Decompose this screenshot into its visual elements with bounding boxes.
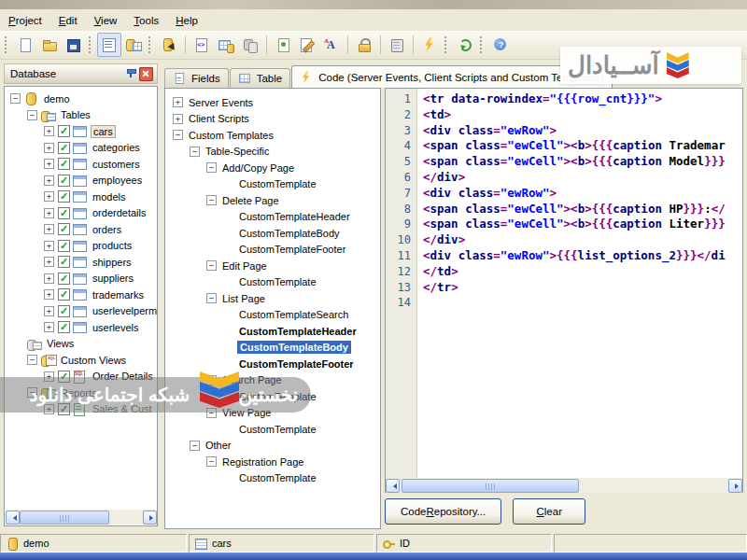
code-editor-hscrollbar[interactable] bbox=[386, 478, 742, 493]
expand-icon[interactable]: + bbox=[44, 191, 54, 202]
code-editor[interactable]: 1<tr data-rowindex="{{{row_cnt}}}">2<td>… bbox=[385, 88, 743, 493]
database-tree-hscrollbar[interactable] bbox=[6, 510, 157, 525]
copy-tables-button[interactable] bbox=[238, 33, 262, 57]
checkbox-checked-icon[interactable]: ✓ bbox=[58, 125, 70, 137]
tree-item-table-specific[interactable]: −Table-Specific bbox=[169, 144, 379, 161]
tree-item-customtemplate[interactable]: CustomTemplate bbox=[169, 421, 379, 438]
help-button[interactable] bbox=[488, 33, 513, 57]
properties-button[interactable] bbox=[97, 33, 121, 57]
menu-item-project[interactable]: Project bbox=[0, 12, 50, 29]
scroll-right-icon[interactable] bbox=[143, 511, 157, 525]
expand-icon[interactable]: + bbox=[44, 208, 54, 218]
php-settings-button[interactable] bbox=[271, 33, 295, 57]
tree-item-shippers[interactable]: +✓shippers bbox=[7, 254, 156, 271]
tree-item-other[interactable]: −Other bbox=[169, 438, 379, 455]
expand-icon[interactable]: + bbox=[44, 159, 54, 169]
tree-item-orderdetails[interactable]: +✓orderdetails bbox=[7, 205, 156, 222]
tab-fields[interactable]: Fields bbox=[164, 68, 229, 88]
security-button[interactable] bbox=[352, 33, 376, 57]
checkbox-checked-icon[interactable]: ✓ bbox=[58, 207, 70, 219]
tree-item-userlevelperm[interactable]: +✓userlevelperm bbox=[7, 303, 156, 320]
tree-item-cars[interactable]: +✓cars bbox=[7, 123, 156, 140]
collapse-icon[interactable]: − bbox=[190, 147, 200, 157]
collapse-icon[interactable]: − bbox=[10, 93, 21, 104]
collapse-icon[interactable]: − bbox=[27, 110, 37, 120]
synchronize-button[interactable] bbox=[453, 33, 477, 57]
checkbox-checked-icon[interactable]: ✓ bbox=[58, 158, 70, 170]
attach-database-button[interactable] bbox=[157, 33, 181, 57]
checkbox-checked-icon[interactable]: ✓ bbox=[58, 256, 70, 268]
scroll-right-icon[interactable] bbox=[728, 479, 742, 493]
collapse-icon[interactable]: − bbox=[173, 130, 183, 140]
checkbox-checked-icon[interactable]: ✓ bbox=[58, 175, 70, 187]
server-settings-button[interactable] bbox=[385, 33, 409, 57]
menu-item-view[interactable]: View bbox=[86, 12, 126, 29]
checkbox-checked-icon[interactable]: ✓ bbox=[58, 142, 70, 154]
checkbox-checked-icon[interactable]: ✓ bbox=[58, 288, 70, 301]
checkbox-checked-icon[interactable]: ✓ bbox=[58, 273, 70, 285]
tree-item-customtemplate[interactable]: CustomTemplate bbox=[169, 274, 379, 291]
expand-icon[interactable]: + bbox=[44, 126, 54, 136]
collapse-icon[interactable]: − bbox=[206, 162, 217, 173]
expand-icon[interactable]: + bbox=[44, 289, 54, 300]
collapse-icon[interactable]: − bbox=[206, 195, 217, 205]
expand-icon[interactable]: + bbox=[44, 143, 54, 153]
tree-item-suppliers[interactable]: +✓suppliers bbox=[7, 271, 156, 287]
tree-item-customtemplatebody[interactable]: CustomTemplateBody bbox=[169, 340, 379, 357]
scrollbar-thumb[interactable] bbox=[20, 511, 109, 525]
tree-item-customtemplatefooter[interactable]: CustomTemplateFooter bbox=[169, 242, 379, 259]
tree-item-userlevels[interactable]: +✓userlevels bbox=[7, 319, 156, 336]
expand-icon[interactable]: + bbox=[44, 306, 54, 316]
tree-item-registration-page[interactable]: −Registration Page bbox=[169, 454, 379, 470]
tree-item-customtemplate[interactable]: CustomTemplate bbox=[169, 176, 379, 193]
collapse-icon[interactable]: − bbox=[27, 355, 37, 365]
tree-item-customtemplatefooter[interactable]: CustomTemplateFooter bbox=[169, 356, 379, 372]
checkbox-checked-icon[interactable]: ✓ bbox=[58, 305, 70, 317]
open-project-button[interactable] bbox=[37, 33, 62, 57]
clear-button[interactable]: Clear bbox=[513, 498, 585, 525]
tree-item-trademarks[interactable]: +✓trademarks bbox=[7, 287, 156, 303]
font-settings-button[interactable] bbox=[319, 33, 344, 57]
tree-item-orders[interactable]: +✓orders bbox=[7, 221, 156, 238]
tree-item-edit-page[interactable]: −Edit Page bbox=[169, 258, 379, 274]
scroll-left-icon[interactable] bbox=[6, 511, 20, 525]
tree-item-categories[interactable]: +✓categories bbox=[7, 140, 156, 157]
expand-icon[interactable]: + bbox=[44, 241, 54, 251]
html-settings-button[interactable] bbox=[190, 33, 214, 57]
tree-item-custom-templates[interactable]: −Custom Templates bbox=[169, 127, 379, 144]
generate-button[interactable] bbox=[121, 33, 146, 57]
collapse-icon[interactable]: − bbox=[206, 260, 217, 271]
tree-item-employees[interactable]: +✓employees bbox=[7, 173, 156, 189]
tree-item-products[interactable]: +✓products bbox=[7, 238, 156, 255]
save-project-button[interactable] bbox=[62, 33, 86, 57]
expand-icon[interactable]: + bbox=[173, 97, 183, 107]
tree-item-list-page[interactable]: −List Page bbox=[169, 290, 379, 307]
tree-item-delete-page[interactable]: −Delete Page bbox=[169, 192, 379, 209]
collapse-icon[interactable]: − bbox=[206, 456, 217, 467]
tree-item-customtemplateheader[interactable]: CustomTemplateHeader bbox=[169, 209, 379, 226]
pin-icon[interactable] bbox=[124, 68, 136, 80]
checkbox-checked-icon[interactable]: ✓ bbox=[58, 223, 70, 235]
expand-icon[interactable]: + bbox=[44, 257, 54, 267]
expand-icon[interactable]: + bbox=[44, 273, 54, 284]
menu-item-edit[interactable]: Edit bbox=[50, 12, 86, 29]
tree-item-add-copy-page[interactable]: −Add/Copy Page bbox=[169, 160, 379, 176]
close-icon[interactable] bbox=[139, 67, 153, 81]
code-repository-button[interactable]: Code Repository... bbox=[385, 498, 501, 525]
expand-icon[interactable]: + bbox=[44, 224, 54, 234]
tree-item-client-scripts[interactable]: +Client Scripts bbox=[169, 111, 379, 128]
tree-item-customtemplatesearch[interactable]: CustomTemplateSearch bbox=[169, 307, 379, 324]
tree-item-customtemplateheader[interactable]: CustomTemplateHeader bbox=[169, 323, 379, 340]
tree-item-server-events[interactable]: +Server Events bbox=[169, 94, 379, 111]
menu-item-help[interactable]: Help bbox=[167, 12, 206, 29]
new-project-button[interactable] bbox=[13, 33, 37, 57]
tree-item-customers[interactable]: +✓customers bbox=[7, 156, 156, 173]
generate-code-button[interactable] bbox=[417, 33, 442, 57]
tree-item-models[interactable]: +✓models bbox=[7, 189, 156, 205]
expand-icon[interactable]: + bbox=[173, 114, 183, 124]
tree-item-customtemplatebody[interactable]: CustomTemplateBody bbox=[169, 225, 379, 242]
expand-icon[interactable]: + bbox=[44, 322, 54, 332]
table-setup-button[interactable] bbox=[214, 33, 238, 57]
expand-icon[interactable]: + bbox=[44, 175, 54, 186]
tree-item-demo[interactable]: −demo bbox=[7, 91, 156, 107]
